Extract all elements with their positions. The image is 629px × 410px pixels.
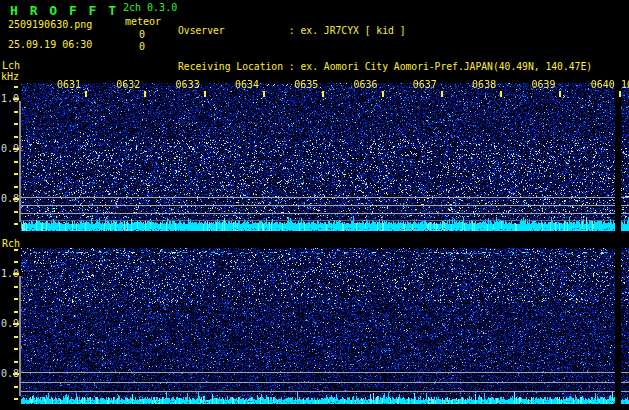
rch-freq-minor-tick (14, 249, 18, 251)
minute-tick (322, 91, 324, 97)
time-label: 0640 (591, 79, 615, 90)
time-label: 0637 (413, 79, 437, 90)
minute-tick (559, 91, 561, 97)
rch-freq-minor-tick (14, 311, 18, 313)
time-label: 0634 (235, 79, 259, 90)
minute-tick (441, 91, 443, 97)
lch-freq-major-tick (13, 98, 19, 100)
hrofft-screen: H R O F F T 2509190630.png 25.09.19 06:3… (0, 0, 629, 410)
rch-freq-minor-tick (14, 361, 18, 363)
khz-unit-label: kHz (1, 71, 19, 82)
time-label: 0632 (116, 79, 140, 90)
time-label: 0636 (354, 79, 378, 90)
time-label: 0638 (472, 79, 496, 90)
app-title: H R O F F T (10, 3, 118, 18)
rch-spectrogram (21, 248, 629, 405)
lch-freq-minor-tick (14, 211, 18, 213)
lch-freq-major-tick (13, 198, 19, 200)
lch-freq-major-tick (13, 148, 19, 150)
time-label: 0639 (531, 79, 555, 90)
rch-freq-major-tick (13, 373, 19, 375)
minute-tick (500, 91, 502, 97)
rch-freq-minor-tick (14, 386, 18, 388)
rch-freq-major-tick (13, 273, 19, 275)
observer-line: Ovserver : ex. JR7CYX [ kid ] (178, 25, 621, 37)
minute-tick (263, 91, 265, 97)
mode-label: meteor (125, 16, 161, 27)
rch-freq-minor-tick (14, 398, 18, 400)
minute-tick (382, 91, 384, 97)
lch-freq-minor-tick (14, 186, 18, 188)
lch-freq-minor-tick (14, 136, 18, 138)
long-echo-count: 0 (139, 29, 145, 40)
rch-freq-minor-tick (14, 298, 18, 300)
rch-channel-label: Rch (2, 238, 20, 249)
location-line: Receiving Location : ex. Aomori City Aom… (178, 61, 621, 73)
lch-freq-axis-line (19, 101, 21, 222)
echo-count: 0 (139, 41, 145, 52)
lch-freq-minor-tick (14, 223, 18, 225)
minute-tick (204, 91, 206, 97)
lch-spectrogram (21, 83, 629, 233)
lch-freq-minor-tick (14, 111, 18, 113)
datetime-label: 25.09.19 06:30 (8, 39, 92, 50)
rch-freq-minor-tick (14, 336, 18, 338)
lch-freq-minor-tick (14, 86, 18, 88)
time-label: 0635 (294, 79, 318, 90)
lch-freq-minor-tick (14, 161, 18, 163)
time-label: 0631 (57, 79, 81, 90)
filename-label: 2509190630.png (8, 19, 92, 30)
lch-freq-minor-tick (14, 173, 18, 175)
minute-tick (144, 91, 146, 97)
version-label: 2ch 0.3.0 (123, 2, 177, 13)
minute-tick (85, 91, 87, 97)
time-label-trailing: 10 (621, 79, 629, 90)
time-label: 0633 (176, 79, 200, 90)
rch-freq-minor-tick (14, 286, 18, 288)
rch-freq-minor-tick (14, 348, 18, 350)
lch-freq-minor-tick (14, 123, 18, 125)
lch-channel-label: Lch (2, 60, 20, 71)
rch-freq-minor-tick (14, 261, 18, 263)
rch-freq-axis-line (19, 276, 21, 396)
minute-tick (619, 91, 621, 97)
rch-freq-major-tick (13, 323, 19, 325)
